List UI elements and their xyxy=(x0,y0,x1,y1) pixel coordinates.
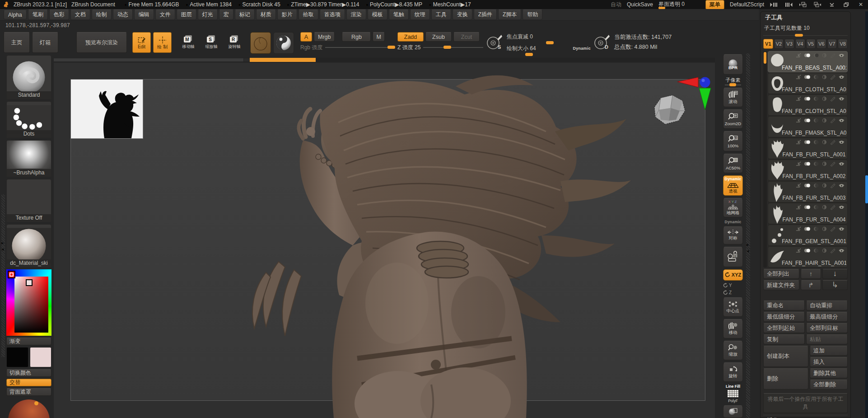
menu-item-影片[interactable]: 影片 xyxy=(277,9,297,20)
all-to-target-button[interactable]: 全部到目标 xyxy=(806,323,848,333)
dock-left-icon[interactable] xyxy=(770,1,779,8)
rotate-z-button[interactable]: Z xyxy=(723,290,743,295)
polypaint-arrow-icon[interactable] xyxy=(795,183,803,188)
polypaint-arrow-icon[interactable] xyxy=(795,117,803,123)
dock-right-icon[interactable] xyxy=(784,1,793,8)
polypaint-brush-icon[interactable] xyxy=(830,96,837,102)
move-down-button[interactable]: ↓ xyxy=(822,269,848,279)
auto-label[interactable]: 自动 xyxy=(611,1,621,9)
subtool-view-tab[interactable]: V2 xyxy=(774,39,784,49)
subtool-item[interactable]: FAN_FB_FUR_STL_A002 xyxy=(768,160,848,181)
visibility-eye-icon[interactable] xyxy=(838,139,845,145)
polypaint-brush-icon[interactable] xyxy=(830,248,837,254)
divider-arrow-icon[interactable]: ◀ xyxy=(747,249,749,253)
window-scroll-thumb[interactable] xyxy=(865,175,868,203)
polypaint-arrow-icon[interactable] xyxy=(795,139,803,145)
visibility-eye-icon[interactable] xyxy=(838,74,845,80)
move-out-folder-button[interactable]: ↱ xyxy=(801,280,821,290)
local-pivot-button[interactable]: 中心点 xyxy=(723,297,743,317)
floor-grid-button[interactable]: XYZ 地网格 xyxy=(723,198,743,217)
menu-item-拾取[interactable]: 拾取 xyxy=(299,9,318,20)
subtool-list-scrollbar[interactable] xyxy=(763,51,767,268)
menu-item-图层[interactable]: 图层 xyxy=(177,9,196,20)
document-viewport[interactable] xyxy=(54,63,715,418)
zoom2d-button[interactable]: Zoom2D xyxy=(723,109,743,129)
paint-toggle-icon[interactable] xyxy=(804,52,811,58)
scale-axis-button[interactable]: S 缩放轴 xyxy=(201,32,222,53)
ghost-toggle-icon[interactable] xyxy=(812,204,820,210)
draw-mode-button[interactable]: 绘 制 xyxy=(153,32,172,53)
zscript-label[interactable]: DefaultZScript xyxy=(730,1,764,8)
paint-toggle-icon[interactable] xyxy=(804,74,811,80)
main-color-swatch[interactable] xyxy=(6,347,28,367)
polypaint-brush-icon[interactable] xyxy=(830,74,837,80)
polypaint-arrow-icon[interactable] xyxy=(795,226,803,232)
subtool-view-tab[interactable]: V6 xyxy=(817,39,826,49)
draw-size-nub[interactable] xyxy=(525,53,533,56)
polypaint-brush-icon[interactable] xyxy=(830,161,837,167)
difference-toggle-icon[interactable] xyxy=(821,96,828,102)
menu-item-宏[interactable]: 宏 xyxy=(219,9,233,20)
m-button[interactable]: M xyxy=(373,32,384,42)
polypaint-arrow-icon[interactable] xyxy=(795,204,803,210)
difference-toggle-icon[interactable] xyxy=(821,248,828,254)
bpr-render-button[interactable]: BPR xyxy=(723,54,743,75)
paint-toggle-icon[interactable] xyxy=(804,161,811,167)
rgb-intensity-slider[interactable]: Rgb 强度 xyxy=(300,43,395,52)
subtool-item[interactable]: FAN_FB_BEAS_STL_A001 xyxy=(768,51,848,72)
difference-toggle-icon[interactable] xyxy=(821,161,828,167)
apply-last-to-all-button[interactable]: 将最后一个操作应用于所有子工具 xyxy=(763,393,848,413)
hue-cursor[interactable] xyxy=(8,271,15,278)
difference-toggle-icon[interactable] xyxy=(821,74,828,80)
subtool-item[interactable]: FAN_FB_GEM_STL_A001 xyxy=(768,225,848,246)
menu-item-Alpha[interactable]: Alpha xyxy=(4,10,27,19)
actual-size-button[interactable]: x1 100% xyxy=(723,131,743,151)
material-ball-preview[interactable] xyxy=(6,398,51,418)
menu-toggle-button[interactable]: 菜单 xyxy=(705,0,724,9)
menu-item-渲染[interactable]: 渲染 xyxy=(346,9,366,20)
list-all-button[interactable]: 全部列出 xyxy=(763,269,799,279)
move-up-button[interactable]: ↑ xyxy=(801,269,821,279)
rotate-y-button[interactable]: Y xyxy=(723,283,743,288)
move-into-folder-button[interactable]: ↳ xyxy=(822,280,848,290)
dynamic-size-button[interactable]: D xyxy=(593,32,612,53)
draw-size-slider[interactable]: 绘制大小 64 Dynamic xyxy=(507,44,591,53)
material-picker[interactable]: dc_Material_ski xyxy=(6,224,51,268)
menu-item-纹理[interactable]: 纹理 xyxy=(410,9,430,20)
visible-count-slider[interactable]: 子工具可见数量 10 xyxy=(763,23,848,36)
visibility-eye-icon[interactable] xyxy=(838,183,845,188)
menu-item-编辑[interactable]: 编辑 xyxy=(134,9,154,20)
scroll-doc-button[interactable]: 滚动 xyxy=(723,88,743,107)
window-scrollbar[interactable] xyxy=(865,11,868,418)
current-material-button[interactable] xyxy=(273,32,294,54)
paint-toggle-icon[interactable] xyxy=(804,204,811,210)
polypaint-brush-icon[interactable] xyxy=(830,204,837,210)
ghost-toggle-icon[interactable] xyxy=(812,226,820,232)
ui-opacity-slider[interactable]: 界面透明 0 xyxy=(658,2,700,7)
polypaint-brush-icon[interactable] xyxy=(830,139,837,145)
focal-shift-slider[interactable]: 焦点衰减 0 xyxy=(507,32,591,41)
polypaint-arrow-icon[interactable] xyxy=(795,52,803,58)
restore-icon[interactable] xyxy=(842,1,851,8)
linefill-button[interactable]: Line Fill PolyF xyxy=(723,384,743,403)
zsub-button[interactable]: Zsub xyxy=(425,32,452,42)
color-picker[interactable] xyxy=(6,269,51,336)
difference-toggle-icon[interactable] xyxy=(821,139,828,145)
menu-item-文件[interactable]: 文件 xyxy=(155,9,175,20)
menu-item-笔刷[interactable]: 笔刷 xyxy=(28,9,48,20)
panel-divider-scrollbar[interactable]: ▶ ◀ xyxy=(746,53,750,418)
paint-toggle-icon[interactable] xyxy=(804,117,811,123)
z-intensity-nub[interactable] xyxy=(443,46,451,49)
difference-toggle-icon[interactable] xyxy=(821,183,828,188)
polypaint-arrow-icon[interactable] xyxy=(795,74,803,80)
rgb-button[interactable]: Rgb xyxy=(342,32,371,42)
menu-item-工具[interactable]: 工具 xyxy=(431,9,451,20)
menu-item-模板[interactable]: 模板 xyxy=(368,9,387,20)
copy-button[interactable]: 复制 xyxy=(763,334,805,344)
edit-mode-button[interactable]: Edit xyxy=(132,32,151,53)
cascade-right-icon[interactable] xyxy=(813,1,822,8)
rotate-view-button[interactable]: 旋转 xyxy=(723,362,743,382)
z-intensity-slider[interactable]: Z 强度 25 xyxy=(397,43,483,52)
highest-subdiv-button[interactable]: 最高级细分 xyxy=(806,312,848,322)
left-tray-scrollbar[interactable]: ▶ ◀ xyxy=(1,194,5,357)
